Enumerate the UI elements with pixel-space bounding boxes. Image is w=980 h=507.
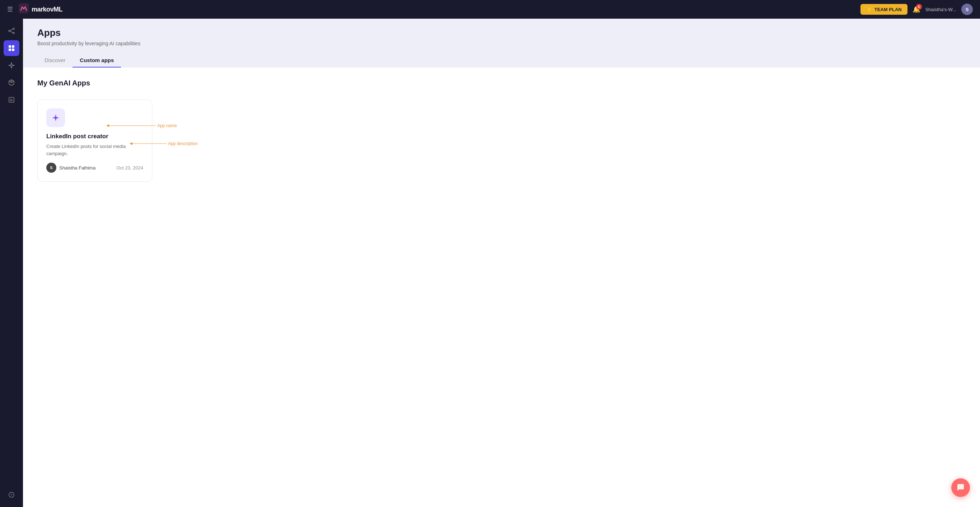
app-icon	[46, 108, 65, 127]
content-area: Apps Boost productivity by leveraging AI…	[23, 19, 980, 507]
team-plan-label: TEAM PLAN	[875, 7, 902, 12]
author-avatar: S	[46, 163, 56, 173]
user-avatar[interactable]: S	[961, 3, 973, 15]
bolt-icon: ⚡	[866, 6, 872, 12]
page-title: Apps	[37, 27, 966, 38]
notif-badge: 5	[916, 4, 922, 10]
author-name: Shaistha Fathima	[59, 165, 95, 171]
sidebar-item-compass[interactable]	[3, 487, 19, 503]
notification-button[interactable]: 🔔 5	[913, 5, 920, 13]
team-plan-button[interactable]: ⚡ TEAM PLAN	[861, 4, 907, 15]
tab-discover[interactable]: Discover	[37, 54, 73, 67]
tabs: Discover Custom apps	[37, 54, 966, 67]
topnav-left: ☰ markovML	[7, 3, 62, 16]
page-header: Apps Boost productivity by leveraging AI…	[23, 19, 980, 67]
topnav-right: ⚡ TEAM PLAN 🔔 5 Shaistha's-W... S	[861, 3, 973, 15]
svg-point-17	[11, 494, 12, 496]
app-card[interactable]: LinkedIn post creator Create LinkedIn po…	[37, 99, 152, 182]
sidebar-item-sparkle[interactable]	[3, 57, 19, 73]
app-author: S Shaistha Fathima	[46, 163, 95, 173]
page-subtitle: Boost productivity by leveraging AI capa…	[37, 41, 966, 46]
tab-custom-apps[interactable]: Custom apps	[73, 54, 121, 67]
svg-point-3	[13, 32, 14, 34]
sidebar-item-apps[interactable]	[3, 40, 19, 56]
logo-icon	[19, 3, 29, 16]
hamburger-icon[interactable]: ☰	[7, 5, 13, 13]
sidebar-item-cube[interactable]	[3, 75, 19, 91]
svg-text:App name: App name	[157, 123, 177, 128]
app-description: Create LinkedIn posts for social media c…	[46, 143, 143, 157]
svg-point-2	[9, 30, 10, 32]
workspace-label: Shaistha's-W...	[926, 7, 956, 12]
logo: markovML	[19, 3, 62, 16]
app-date: Oct 23, 2024	[117, 165, 143, 171]
sidebar	[0, 19, 23, 507]
sidebar-item-chart[interactable]	[3, 92, 19, 108]
sidebar-item-share[interactable]	[3, 23, 19, 39]
svg-point-18	[55, 117, 57, 119]
app-footer: S Shaistha Fathima Oct 23, 2024	[46, 163, 143, 173]
main-content: My GenAI Apps LinkedIn post creator Crea…	[23, 67, 980, 507]
svg-point-1	[13, 28, 14, 29]
chat-bubble-button[interactable]	[951, 478, 970, 497]
section-title: My GenAI Apps	[37, 79, 966, 87]
svg-text:App description: App description	[168, 141, 198, 146]
logo-text: markovML	[32, 6, 62, 13]
svg-line-4	[10, 29, 13, 30]
main-body: Apps Boost productivity by leveraging AI…	[0, 19, 980, 507]
app-shell: ☰ markovML ⚡ TEAM PLAN 🔔 5	[0, 0, 980, 507]
svg-rect-6	[9, 45, 11, 48]
svg-line-5	[10, 31, 13, 33]
app-name: LinkedIn post creator	[46, 133, 143, 140]
app-card-annotation-wrapper: LinkedIn post creator Create LinkedIn po…	[37, 96, 231, 189]
topnav: ☰ markovML ⚡ TEAM PLAN 🔔 5	[0, 0, 980, 19]
svg-rect-7	[12, 45, 14, 48]
svg-rect-8	[9, 48, 11, 51]
